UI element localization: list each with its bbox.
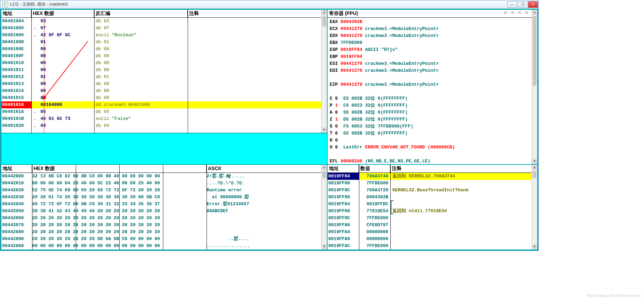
dump-row[interactable]: 0044206020 20 20 20 20 20 20 20 20 20 20… — [1, 215, 327, 222]
titlebar[interactable]: C LCG - 主线程, 模块 - crackme3 — ❐ ✕ — [0, 0, 538, 9]
scroll-up-icon[interactable]: ▲ — [322, 10, 327, 15]
disasm-row[interactable]: 0040101500db 00 — [1, 94, 327, 101]
disassembly-pane[interactable]: 地址 HEX 数据 反汇编 注释 0040100403db 0300401005… — [1, 9, 327, 133]
minimize-button[interactable]: — — [507, 1, 517, 8]
scroll-down-icon[interactable]: ▼ — [322, 127, 327, 133]
col-disasm[interactable]: 反汇编 — [94, 10, 188, 17]
disasm-scrollbar[interactable]: ▲ ▼ — [321, 10, 327, 133]
scroll-up-icon[interactable]: ▲ — [532, 10, 537, 15]
disasm-row[interactable]: 0040100403db 03 — [1, 18, 327, 25]
register-line[interactable]: EDX 00441270 crackme3.<ModuleEntryPoint> — [330, 32, 535, 39]
regs-nav-0[interactable]: < — [502, 10, 509, 17]
cell-address: 0019FF8C — [328, 187, 359, 194]
cell-address: 00442010 — [1, 180, 32, 187]
cell-comment — [188, 18, 327, 25]
col-address[interactable]: 地址 — [1, 10, 31, 17]
disasm-row[interactable]: 00401006.42 6F 6F 6Cascii "Boolean" — [1, 32, 327, 39]
col-comment[interactable]: 注释 — [390, 165, 537, 172]
close-button[interactable]: ✕ — [528, 1, 538, 8]
dump-row[interactable]: 004420A000 00 00 00 00 00 00 00 00 00 00… — [1, 243, 327, 250]
register-line[interactable]: T 0 GS 002B 32位 0(FFFFFFFF) — [330, 130, 535, 137]
scroll-down-icon[interactable]: ▼ — [532, 159, 537, 164]
register-line[interactable]: Z 1 DS 002B 32位 0(FFFFFFFF) — [330, 116, 535, 123]
regs-body[interactable]: EAX D894392BECX 00441270 crackme3.<Modul… — [328, 18, 537, 164]
scroll-up-icon[interactable]: ▲ — [532, 165, 537, 170]
register-line[interactable]: C 0 ES 002B 32位 0(FFFFFFFF) — [330, 95, 535, 102]
regs-nav-3[interactable]: < — [523, 10, 530, 17]
register-line[interactable]: EDI 00441270 crackme3.<ModuleEntryPoint> — [330, 67, 535, 74]
register-line[interactable]: EIP 00441270 crackme3.<ModuleEntryPoint> — [330, 81, 535, 88]
col-address[interactable]: 地址 — [328, 165, 359, 172]
register-line[interactable] — [330, 88, 535, 95]
disasm-row[interactable]: 0040101100db 00 — [1, 67, 327, 74]
cell-address: 00442060 — [1, 215, 32, 222]
disasm-row[interactable]: 0040101400db 00 — [1, 87, 327, 94]
cell-asm: db 00 — [94, 60, 188, 67]
cell-comment — [390, 215, 537, 222]
dump-row[interactable]: 0044208020 20 20 20 20 20 20 20 20 20 20… — [1, 229, 327, 236]
scroll-thumb[interactable] — [322, 16, 326, 26]
regs-scrollbar[interactable]: ▲ ▼ — [532, 10, 537, 164]
dump-row[interactable]: 0044201000 00 00 00 D4 20 40 00 5C 22 40… — [1, 180, 327, 187]
dump-row[interactable]: 0044205038 39 41 42 43 44 45 46 20 20 20… — [1, 208, 327, 215]
register-line[interactable] — [330, 74, 535, 81]
stack-scrollbar[interactable]: ▲ ▼ — [532, 165, 537, 250]
disasm-row[interactable]: 0040101300db 00 — [1, 80, 327, 87]
cell-hex: .46 61 6C 73 — [31, 115, 94, 122]
scroll-thumb[interactable] — [533, 171, 537, 178]
dump-row[interactable]: 0044207020 20 20 20 20 20 20 20 20 20 20… — [1, 222, 327, 229]
disasm-row[interactable]: 0040100D01db 01 — [1, 39, 327, 46]
register-line[interactable]: ECX 00441270 crackme3.<ModuleEntryPoint> — [330, 25, 535, 32]
col-hex[interactable]: HEX 数据 — [31, 10, 94, 17]
disasm-body[interactable]: 0040100403db 0300401005.07db 0700401006.… — [1, 18, 327, 129]
disasm-row[interactable]: 0040101000db 00 — [1, 60, 327, 67]
disasm-row[interactable]: 00401020.04db 04 — [1, 122, 327, 129]
dump-scrollbar[interactable]: ▲ ▼ — [321, 165, 327, 250]
register-line[interactable]: D 0 — [330, 137, 535, 144]
scroll-up-icon[interactable]: ▲ — [322, 165, 327, 170]
cell-asm: db 03 — [94, 18, 188, 25]
register-line[interactable]: ESI 00441270 crackme3.<ModuleEntryPoint> — [330, 60, 535, 67]
disasm-row[interactable]: 0040101201db 01 — [1, 74, 327, 80]
cell-hex: 00 — [31, 87, 94, 94]
regs-nav-1[interactable]: < — [509, 10, 516, 17]
dump-row[interactable]: 0044204045 72 72 6F 72 00 8B C0 30 31 32… — [1, 201, 327, 208]
scroll-down-icon[interactable]: ▼ — [322, 244, 327, 250]
dump-row[interactable]: 0044203020 20 61 74 20 30 30 30 30 30 30… — [1, 194, 327, 201]
col-address[interactable]: 地址 — [1, 165, 32, 172]
register-line[interactable]: A 0 SS 002B 32位 0(FFFFFFFF) — [330, 109, 535, 116]
register-line[interactable]: P 1 CS 0023 32位 0(FFFFFFFF) — [330, 102, 535, 109]
register-line[interactable]: S 0 FS 0053 32位 7FFDD000(FFF) — [330, 123, 535, 130]
disasm-row[interactable]: 0040100F00db 00 — [1, 53, 327, 60]
register-line[interactable]: EFL 00000246 (NO,NB,E,BE,NS,PE,GE,LE) — [330, 158, 535, 164]
col-ascii[interactable]: ASCII — [207, 165, 327, 172]
disasm-row[interactable]: 00401005.07db 07 — [1, 25, 327, 32]
register-line[interactable]: O 0 LastErr ERROR_ENVVAR_NOT_FOUND (0000… — [330, 144, 535, 151]
dump-row[interactable]: 0044200032 13 8B C0 02 00 8B C0 00 8D 40… — [1, 173, 327, 180]
maximize-button[interactable]: ❐ — [518, 1, 527, 8]
scroll-thumb[interactable] — [322, 171, 326, 178]
register-line[interactable]: EBX 7FFDE000 — [330, 39, 535, 46]
register-line[interactable]: EBP 0019FF94 — [330, 53, 535, 60]
register-line[interactable]: ESP 0019FF84 ASCII "D7jv" — [330, 46, 535, 53]
col-value[interactable]: 数值 — [359, 165, 390, 172]
stack-pane[interactable]: 地址 数值 注释 0019FF84766A3744返回到 KERNEL32.76… — [327, 164, 538, 250]
register-line[interactable]: EAX D894392B — [330, 18, 535, 25]
registers-pane[interactable]: 寄存器 (FPU) < < < < < EAX D894392BECX 0044… — [327, 9, 538, 164]
disasm-row[interactable]: 0040101B.46 61 6C 73ascii "False" — [1, 115, 327, 122]
disasm-row[interactable]: 0040100E00db 00 — [1, 46, 327, 53]
dump-pane[interactable]: 地址 HEX 数据 ASCII 0044200032 13 8B C0 02 0… — [1, 164, 327, 250]
register-line[interactable] — [330, 151, 535, 158]
col-comment[interactable]: 注释 — [188, 10, 327, 17]
scroll-down-icon[interactable]: ▼ — [532, 244, 537, 250]
dump-row[interactable]: 0044209020 20 20 20 20 20 20 20 0D 0A 8B… — [1, 236, 327, 243]
dump-row[interactable]: 0044202052 75 6E 74 69 6D 65 20 65 72 72… — [1, 187, 327, 194]
scroll-thumb[interactable] — [533, 16, 537, 86]
cell-value: CFE8D797 — [359, 222, 390, 229]
cell-address: 00401012 — [1, 74, 31, 80]
regs-nav-2[interactable]: < — [516, 10, 523, 17]
disasm-row[interactable]: 0040101600104000dd crackme3.00401000 — [1, 101, 327, 108]
disasm-row[interactable]: 0040101A.05db 05 — [1, 108, 327, 115]
cell-hex: 01 — [31, 39, 94, 46]
dump-body[interactable]: 0044200032 13 8B C0 02 00 8B C0 00 8D 40… — [1, 173, 327, 250]
